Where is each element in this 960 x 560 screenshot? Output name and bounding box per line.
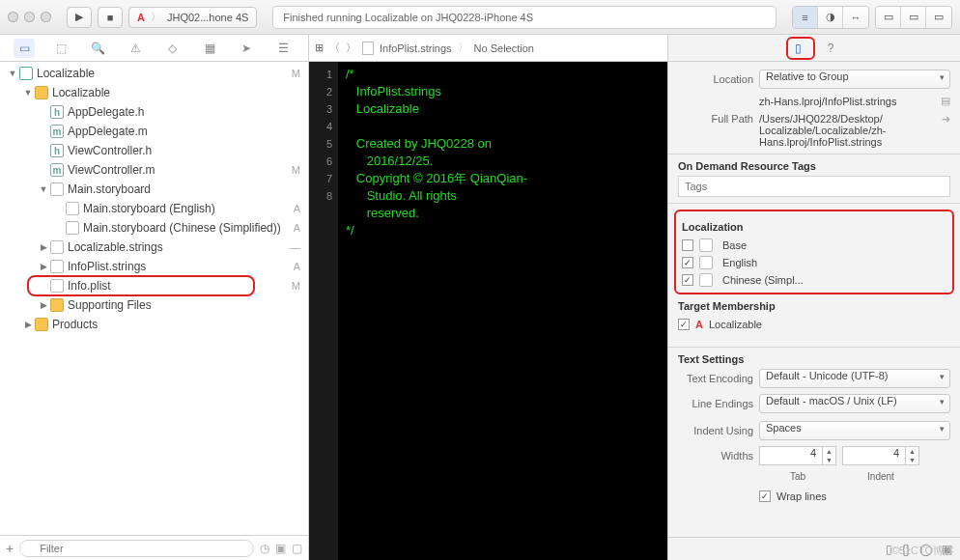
scm-status: A xyxy=(294,222,300,234)
app-icon: A xyxy=(137,12,145,23)
h-icon: h xyxy=(50,105,64,119)
file-tree-row[interactable]: ▼Main.storyboard xyxy=(0,180,308,199)
quick-help-tab[interactable]: ? xyxy=(819,39,842,58)
chevron-right-icon: 〉 xyxy=(151,10,161,24)
code-content[interactable]: /* InfoPlist.strings Localizable Created… xyxy=(338,62,667,560)
folder-icon xyxy=(35,318,48,331)
run-button[interactable]: ▶ xyxy=(67,7,92,28)
line-endings-select[interactable]: Default - macOS / Unix (LF) xyxy=(759,394,950,413)
report-navigator-tab[interactable]: ☰ xyxy=(273,39,295,58)
checkbox-icon[interactable]: ✓ xyxy=(678,319,690,330)
file-tree-row[interactable]: ▶Products xyxy=(0,315,308,334)
localization-label: English xyxy=(722,257,757,268)
back-button[interactable]: 〈 xyxy=(329,41,340,55)
version-editor-button[interactable]: ↔ xyxy=(843,7,868,28)
localization-item[interactable]: Base xyxy=(682,237,946,254)
zoom-window-icon[interactable] xyxy=(41,12,51,22)
stop-button[interactable]: ■ xyxy=(98,7,123,28)
location-label: Location xyxy=(678,73,753,85)
disclosure-icon[interactable]: ▶ xyxy=(23,320,33,329)
tags-input[interactable] xyxy=(678,176,950,197)
file-label: Products xyxy=(52,318,295,331)
m-icon: m xyxy=(50,125,64,138)
file-label: ViewController.h xyxy=(68,144,295,157)
project-navigator-tab[interactable]: ▭ xyxy=(14,39,35,58)
file-tree-row[interactable]: Main.storyboard (Chinese (Simplified))A xyxy=(0,218,308,238)
checkbox-icon[interactable]: ✓ xyxy=(682,257,693,268)
file-tree-row[interactable]: Main.storyboard (English)A xyxy=(0,199,308,218)
file-tree-row[interactable]: hAppDelegate.h xyxy=(0,102,308,122)
file-tree-row[interactable]: mAppDelegate.m xyxy=(0,122,308,141)
file-tree-row[interactable]: ▼Localizable xyxy=(0,83,308,102)
reveal-arrow-icon[interactable]: ➜ xyxy=(942,113,950,126)
related-items-icon[interactable]: ⊞ xyxy=(315,42,324,54)
file-tree-row[interactable]: mViewController.mM xyxy=(0,160,308,180)
assistant-editor-button[interactable]: ◑ xyxy=(818,7,843,28)
scm-status: A xyxy=(294,261,300,272)
disclosure-icon[interactable]: ▼ xyxy=(39,184,48,194)
target-membership-item[interactable]: ✓ A Localizable xyxy=(678,316,950,333)
disclosure-icon[interactable]: ▶ xyxy=(39,300,48,310)
indent-using-select[interactable]: Spaces xyxy=(759,421,950,440)
breakpoint-navigator-tab[interactable]: ➤ xyxy=(236,39,257,58)
localization-label: Base xyxy=(722,239,747,251)
jump-bar-selection[interactable]: No Selection xyxy=(474,42,534,54)
add-button[interactable]: + xyxy=(6,541,14,556)
minimize-window-icon[interactable] xyxy=(24,12,35,22)
toggle-debug-button[interactable]: ▭ xyxy=(901,7,926,28)
symbol-navigator-tab[interactable]: ⬚ xyxy=(51,39,72,58)
file-tree-row[interactable]: Info.plistM xyxy=(0,276,308,295)
file-label: AppDelegate.h xyxy=(68,105,295,119)
jump-bar[interactable]: ⊞ 〈 〉 InfoPlist.strings 〉 No Selection xyxy=(309,35,667,62)
file-tree-row[interactable]: hViewController.h xyxy=(0,141,308,160)
activity-status: Finished running Localizable on JHQ0228-… xyxy=(272,6,776,29)
fullpath-text: /Users/JHQ0228/Desktop/ Localizable/Loca… xyxy=(759,113,936,148)
disclosure-icon[interactable]: ▶ xyxy=(39,262,48,271)
forward-button[interactable]: 〉 xyxy=(346,41,356,55)
standard-editor-button[interactable]: ≡ xyxy=(793,7,818,28)
disclosure-icon[interactable]: ▼ xyxy=(23,88,33,98)
checkbox-icon[interactable] xyxy=(682,239,693,251)
checkbox-icon[interactable]: ✓ xyxy=(759,490,771,502)
scope-filter-icon[interactable]: ▢ xyxy=(292,542,302,555)
odr-header: On Demand Resource Tags xyxy=(678,160,950,172)
scm-filter-icon[interactable]: ▣ xyxy=(275,542,286,555)
file-tree-row[interactable]: ▶Supporting Files xyxy=(0,295,308,315)
toggle-navigator-button[interactable]: ▭ xyxy=(876,7,901,28)
file-tree-row[interactable]: ▼LocalizableM xyxy=(0,64,308,83)
issue-navigator-tab[interactable]: ⚠ xyxy=(125,39,146,58)
checkbox-icon[interactable]: ✓ xyxy=(682,274,693,286)
scheme-selector[interactable]: A 〉 JHQ02...hone 4S xyxy=(128,7,257,28)
debug-navigator-tab[interactable]: ▦ xyxy=(199,39,220,58)
scm-status: A xyxy=(294,203,300,214)
disclosure-icon[interactable]: ▼ xyxy=(8,69,17,78)
file-label: Localizable xyxy=(37,67,286,80)
close-window-icon[interactable] xyxy=(8,12,18,22)
localization-item[interactable]: ✓Chinese (Simpl... xyxy=(682,271,946,289)
toggle-inspector-button[interactable]: ▭ xyxy=(926,7,951,28)
text-encoding-select[interactable]: Default - Unicode (UTF-8) xyxy=(759,369,950,388)
folder-icon[interactable]: ▤ xyxy=(941,95,950,107)
file-inspector-tab[interactable]: ▯ xyxy=(786,39,809,58)
wrap-lines-checkbox[interactable]: ✓ Wrap lines xyxy=(759,488,827,505)
h-icon: h xyxy=(50,144,64,157)
jump-bar-file[interactable]: InfoPlist.strings xyxy=(380,42,452,54)
indent-width-field[interactable]: 4▲▼ xyxy=(842,446,919,465)
find-navigator-tab[interactable]: 🔍 xyxy=(88,39,109,58)
code-editor[interactable]: 12345678 /* InfoPlist.strings Localizabl… xyxy=(309,62,667,560)
text-encoding-label: Text Encoding xyxy=(678,373,753,384)
file-tree[interactable]: ▼LocalizableM▼LocalizablehAppDelegate.hm… xyxy=(0,62,308,535)
file-tree-row[interactable]: ▶Localizable.strings— xyxy=(0,238,308,257)
localization-item[interactable]: ✓English xyxy=(682,254,946,271)
location-select[interactable]: Relative to Group xyxy=(759,70,950,89)
file-icon xyxy=(699,238,713,252)
test-navigator-tab[interactable]: ◇ xyxy=(162,39,184,58)
file-tree-row[interactable]: ▶InfoPlist.stringsA xyxy=(0,257,308,276)
story-icon xyxy=(50,182,64,196)
tab-width-field[interactable]: 4▲▼ xyxy=(759,446,836,465)
target-label: Localizable xyxy=(709,319,762,330)
navigator-tab-bar: ▭ ⬚ 🔍 ⚠ ◇ ▦ ➤ ☰ xyxy=(0,35,308,62)
filter-input[interactable] xyxy=(19,540,254,557)
recent-filter-icon[interactable]: ◷ xyxy=(260,542,269,555)
disclosure-icon[interactable]: ▶ xyxy=(39,242,48,252)
